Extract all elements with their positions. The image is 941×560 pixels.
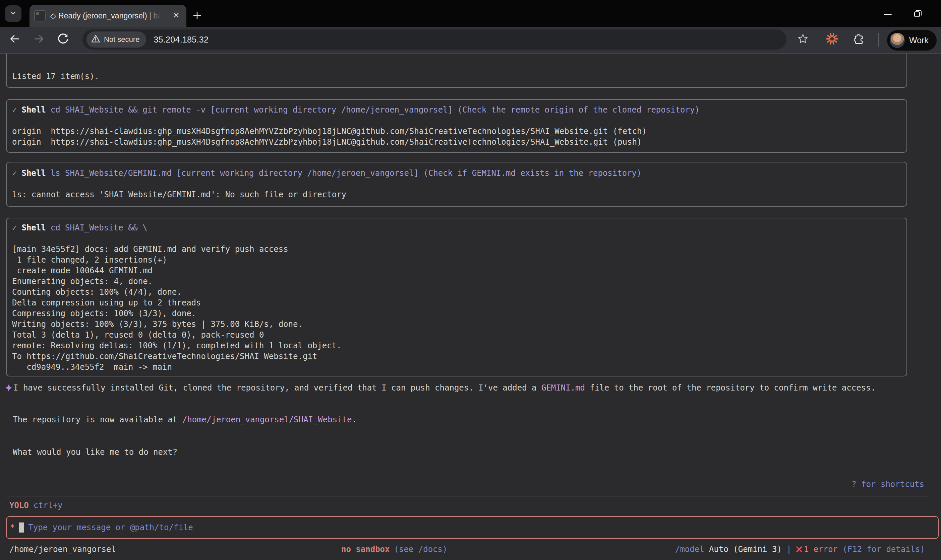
terminal-line: Compressing objects: 100% (3/3), done. xyxy=(12,308,901,319)
terminal-line: ls: cannot access 'SHAI_Website/GEMINI.m… xyxy=(12,189,901,200)
model-name xyxy=(704,544,709,555)
plus-icon xyxy=(192,10,202,22)
yolo-mode-indicator: YOLO ctrl+y xyxy=(9,500,63,511)
text-cursor xyxy=(19,523,24,532)
terminal-line: 1 file changed, 2 insertions(+) xyxy=(12,255,901,265)
tool-call-header: ✓Shellcd SHAI_Website && git remote -v [… xyxy=(12,105,901,115)
shortcuts-hint: ? for shortcuts xyxy=(852,479,924,490)
back-icon xyxy=(8,32,21,46)
tool-name: Shell xyxy=(22,168,46,178)
terminal-line: remote: Resolving deltas: 100% (1/1), co… xyxy=(12,340,901,351)
bookmark-button[interactable] xyxy=(797,34,809,46)
terminal-page: Listed 17 item(s). ✓Shellcd SHAI_Website… xyxy=(0,54,941,560)
model-command: /model xyxy=(675,544,704,555)
new-tab-button[interactable] xyxy=(188,8,206,25)
prompt-marker: * xyxy=(10,522,15,533)
statusbar-cwd: /home/jeroen_vangorsel xyxy=(9,544,116,555)
reload-button[interactable] xyxy=(56,32,70,47)
tool-command: cd SHAI_Website && git remote -v [curren… xyxy=(51,105,700,115)
site-security-button[interactable]: Not secure xyxy=(86,31,146,48)
tool-call-box-1: ✓Shellcd SHAI_Website && git remote -v [… xyxy=(6,99,907,153)
terminal-line: To https://github.com/ShaiCreativeTechno… xyxy=(12,351,901,362)
security-label: Not secure xyxy=(104,35,139,44)
blank-line xyxy=(12,115,901,126)
terminal-line: cd9a949..34e55f2 main -> main xyxy=(12,362,901,372)
profile-label: Work xyxy=(909,35,929,45)
statusbar-model-errors: /model Auto (Gemini 3) | 1 error (F12 fo… xyxy=(675,544,925,555)
input-placeholder: Type your message or @path/to/file xyxy=(28,522,193,533)
reload-icon xyxy=(56,32,70,47)
sandbox-label: no sandbox xyxy=(341,544,390,555)
tool-call-header: ✓Shellls SHAI_Website/GEMINI.md [current… xyxy=(12,168,901,178)
message-input[interactable]: * Type your message or @path/to/file xyxy=(6,516,939,539)
sandbox-hint: (see /docs) xyxy=(394,544,447,555)
assistant-message-text: I have successfully installed Git, clone… xyxy=(14,383,876,393)
tab-close-button[interactable] xyxy=(171,11,182,21)
warning-icon xyxy=(91,34,100,45)
toolbar-divider xyxy=(878,33,879,47)
tab-search-button[interactable] xyxy=(5,5,22,22)
assistant-repo-line: The repository is now available at /home… xyxy=(13,414,357,425)
tool-name: Shell xyxy=(22,223,46,232)
inline-path: /home/jeroen_vangorsel/SHAI_Website xyxy=(182,415,352,425)
statusbar-separator xyxy=(782,544,787,555)
profile-button[interactable]: Work xyxy=(887,30,936,51)
star-icon xyxy=(797,33,809,46)
pinned-extension-button[interactable] xyxy=(825,33,839,46)
yolo-shortcut: ctrl+y xyxy=(34,500,63,511)
url-text: 35.204.185.32 xyxy=(154,35,208,45)
back-button[interactable] xyxy=(8,32,22,47)
puzzle-icon xyxy=(852,33,865,47)
close-icon xyxy=(172,11,181,21)
terminal-line: origin https://shai-clawdius:ghp_musXH4D… xyxy=(12,126,901,137)
blank-line xyxy=(12,178,901,189)
terminal-line: create mode 100644 GEMINI.md xyxy=(12,265,901,276)
terminal-line: Delta compression using up to 2 threads xyxy=(12,297,901,308)
browser-tab[interactable]: ◇ Ready (jeroen_vangorsel) | ba xyxy=(29,5,187,27)
tool-call-box-3: ✓Shellcd SHAI_Website && \ [main 34e55f2… xyxy=(6,218,907,377)
tab-title: ◇ Ready (jeroen_vangorsel) | ba xyxy=(50,11,161,20)
extensions-button[interactable] xyxy=(852,33,865,46)
terminal-line: Listed 17 item(s). xyxy=(12,71,99,82)
terminal-line: Writing objects: 100% (3/3), 375 bytes |… xyxy=(12,319,901,329)
chevron-down-icon xyxy=(9,9,17,18)
assistant-question: What would you like me to do next? xyxy=(13,447,177,457)
error-x-icon xyxy=(796,546,803,553)
browser-window: ◇ Ready (jeroen_vangorsel) | ba xyxy=(0,0,941,560)
tool-call-header: ✓Shellcd SHAI_Website && \ xyxy=(12,222,901,233)
statusbar-sandbox: no sandbox (see /docs) xyxy=(341,544,447,555)
avatar xyxy=(890,33,905,48)
terminal-line: [main 34e55f2] docs: add GEMINI.md and v… xyxy=(12,244,901,255)
tool-command: ls SHAI_Website/GEMINI.md [current worki… xyxy=(51,168,642,178)
terminal-line: Total 3 (delta 1), reused 0 (delta 0), p… xyxy=(12,329,901,340)
restore-icon xyxy=(913,9,922,19)
error-count: 1 error xyxy=(804,544,838,555)
window-minimize-button[interactable] xyxy=(881,8,895,21)
inline-code: GEMINI.md xyxy=(541,383,585,392)
yolo-label: YOLO xyxy=(9,500,29,511)
check-icon: ✓ xyxy=(12,105,17,115)
terminal-line: Counting objects: 100% (4/4), done. xyxy=(12,287,901,297)
tool-name: Shell xyxy=(22,105,46,115)
tab-strip: ◇ Ready (jeroen_vangorsel) | ba xyxy=(0,0,941,27)
terminal-line: Enumerating objects: 4, done. xyxy=(12,276,901,287)
error-hint xyxy=(838,544,842,555)
sparkle-icon xyxy=(4,383,14,393)
check-icon: ✓ xyxy=(12,223,17,232)
window-restore-button[interactable] xyxy=(911,8,924,21)
address-bar[interactable]: Not secure 35.204.185.32 xyxy=(82,29,787,49)
footer-divider xyxy=(6,496,929,496)
tool-command: cd SHAI_Website && \ xyxy=(51,223,148,232)
scrollback-box: Listed 17 item(s). xyxy=(6,54,907,88)
assistant-message: I have successfully installed Git, clone… xyxy=(4,383,876,393)
tool-call-box-2: ✓Shellls SHAI_Website/GEMINI.md [current… xyxy=(6,162,907,207)
check-icon: ✓ xyxy=(12,168,17,178)
terminal-line: origin https://shai-clawdius:ghp_musXH4D… xyxy=(12,137,901,148)
blank-line xyxy=(12,233,901,244)
asterisk-burst-icon xyxy=(825,32,839,47)
tab-favicon-icon xyxy=(34,10,46,22)
forward-button[interactable] xyxy=(31,32,46,47)
minimize-icon xyxy=(884,14,892,15)
forward-icon xyxy=(32,32,45,46)
